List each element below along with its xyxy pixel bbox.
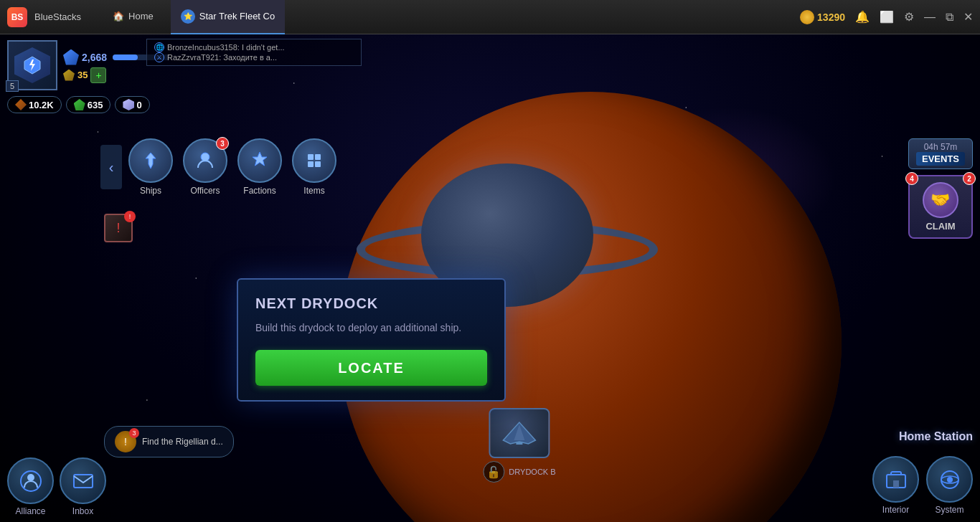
stfc-tab-label: Star Trek Fleet Co [199, 11, 275, 22]
coin-icon [800, 10, 814, 24]
minimize-icon[interactable]: — [924, 11, 936, 24]
titlebar: BS BlueStacks 🏠 Home ⭐ Star Trek Fleet C… [0, 0, 980, 34]
coin-display: 13290 [800, 10, 845, 24]
home-tab-label: Home [128, 11, 154, 22]
coin-value: 13290 [817, 11, 845, 23]
drydock-modal: NEXT DRYDOCK Build this drydock to deplo… [237, 278, 506, 402]
game-area: 5 2,668 [0, 34, 980, 522]
modal-title: NEXT DRYDOCK [255, 295, 487, 312]
stfc-tab-icon: ⭐ [181, 9, 195, 24]
tab-stfc[interactable]: ⭐ Star Trek Fleet Co [171, 0, 285, 34]
settings-icon[interactable]: ⚙ [904, 10, 914, 24]
restore-icon[interactable]: ⧉ [946, 11, 953, 24]
locate-button[interactable]: LOCATE [255, 350, 487, 386]
brand-name: BlueStacks [34, 11, 81, 22]
close-icon[interactable]: ✕ [963, 10, 973, 24]
bluestacks-logo: BS [7, 7, 27, 27]
titlebar-right: 13290 🔔 ⬜ ⚙ — ⧉ ✕ [800, 10, 973, 24]
screen-icon[interactable]: ⬜ [880, 10, 894, 24]
tab-home[interactable]: 🏠 Home [103, 0, 164, 34]
modal-overlay: NEXT DRYDOCK Build this drydock to deplo… [0, 34, 980, 522]
home-tab-icon: 🏠 [113, 11, 124, 22]
notification-icon[interactable]: 🔔 [855, 10, 870, 24]
modal-description: Build this drydock to deploy an addition… [255, 321, 487, 336]
